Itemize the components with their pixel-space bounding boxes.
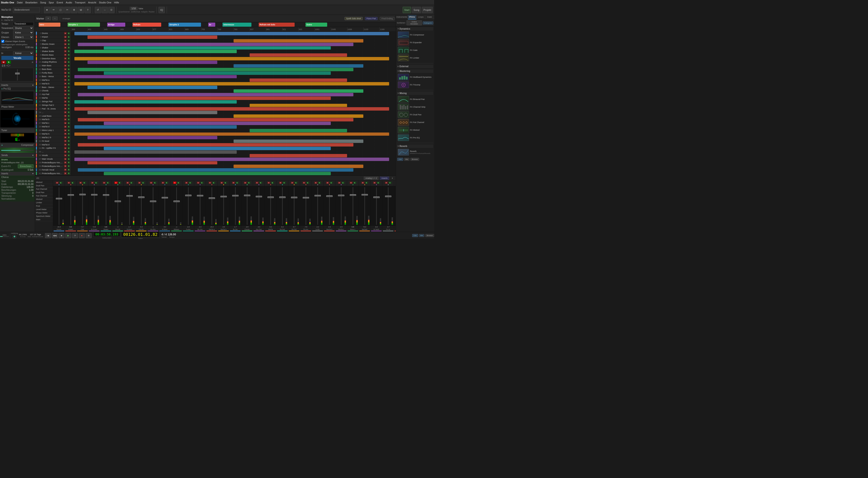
track-mute-2[interactable]: M bbox=[64, 32, 67, 35]
track-mute-25[interactable]: M bbox=[64, 115, 67, 117]
mixer-fader-6[interactable] bbox=[124, 186, 135, 226]
clip-13[interactable] bbox=[104, 71, 331, 75]
clip-15[interactable] bbox=[250, 78, 347, 82]
track-header-19[interactable]: 19 Arp Pad M S bbox=[35, 93, 71, 96]
track-mute-35[interactable]: M bbox=[64, 150, 67, 153]
mixer-mute-10[interactable]: M bbox=[173, 182, 176, 184]
track-solo-17[interactable]: S bbox=[67, 86, 70, 89]
track-solo-31[interactable]: S bbox=[67, 136, 70, 139]
mixer-mute-13[interactable]: M bbox=[209, 182, 212, 184]
mixer-solo-13[interactable]: S bbox=[212, 182, 215, 184]
einrechnen-btn[interactable]: Einrechnen bbox=[18, 164, 33, 168]
track-header-28[interactable]: 28 MaiTai d M S bbox=[35, 125, 71, 128]
mixer-fader-knob-21[interactable] bbox=[303, 197, 309, 198]
track-header-20[interactable]: 20 MaiTai M S bbox=[35, 96, 71, 100]
position-display[interactable]: 00:03:58.193 bbox=[93, 232, 120, 237]
mixer-mute-16[interactable]: M bbox=[244, 182, 247, 184]
mixer-solo-1[interactable]: S bbox=[71, 182, 74, 184]
mixer-mute-4[interactable]: M bbox=[103, 182, 106, 184]
menu-bearbeiten[interactable]: Bearbeiten bbox=[25, 1, 37, 4]
track-mute-6[interactable]: M bbox=[64, 46, 67, 49]
track-header-27[interactable]: 27 MaiTai c M S bbox=[35, 121, 71, 125]
track-solo-4[interactable]: S bbox=[67, 39, 70, 42]
clip-41[interactable] bbox=[104, 172, 331, 175]
mixer-fader-2[interactable] bbox=[76, 186, 88, 226]
mixer-fader-knob-22[interactable] bbox=[314, 195, 321, 196]
track-mute-20[interactable]: M bbox=[64, 97, 67, 99]
mixer-fader-19[interactable] bbox=[277, 186, 288, 226]
mixer-insert-9[interactable]: Phase Meter bbox=[35, 211, 53, 215]
clip-12[interactable] bbox=[78, 68, 353, 71]
ebenen-select[interactable]: Ebene 1 bbox=[13, 35, 33, 39]
song-btn[interactable]: Song bbox=[412, 7, 421, 13]
zoom-tool[interactable]: ? bbox=[85, 7, 91, 13]
mixer-solo-0[interactable]: S bbox=[59, 182, 62, 184]
menu-audio[interactable]: Audio bbox=[66, 1, 72, 4]
fx-pro-eq[interactable]: FX Pro EQ bbox=[397, 134, 433, 141]
mixer-insert-8[interactable]: Level Meter bbox=[35, 208, 53, 211]
clip-29[interactable] bbox=[250, 129, 347, 132]
track-header-2[interactable]: 2 Drums M S bbox=[35, 32, 71, 35]
mixer-mute-5[interactable]: M bbox=[115, 182, 118, 184]
clip-9[interactable] bbox=[74, 57, 389, 60]
track-mute-13[interactable]: M bbox=[64, 71, 67, 74]
fx-gate[interactable]: FX Gate bbox=[397, 46, 433, 54]
clip-36[interactable] bbox=[250, 154, 347, 157]
marker-remove-btn[interactable]: − bbox=[52, 17, 58, 20]
clip-27[interactable] bbox=[104, 122, 331, 125]
track-header-22[interactable]: 22 Strings Pad 2 M S bbox=[35, 103, 71, 107]
bars-display[interactable]: 00126.01.01.82 bbox=[121, 231, 160, 237]
mixer-mute-23[interactable]: M bbox=[326, 182, 329, 184]
mixer-fader-knob-9[interactable] bbox=[162, 197, 168, 198]
tuner-header[interactable]: Tuner bbox=[0, 129, 35, 132]
tab-instrumente[interactable]: Instrumente bbox=[396, 15, 408, 20]
track-header-9[interactable]: 9 Distortion Bass M S bbox=[35, 57, 71, 60]
external-header[interactable]: ▸ External bbox=[397, 65, 433, 68]
projekt-btn[interactable]: Projekt bbox=[422, 7, 433, 13]
marker-add-btn[interactable]: + bbox=[45, 17, 51, 20]
track-solo-19[interactable]: S bbox=[67, 93, 70, 96]
fx-reverb[interactable]: Reverb Effekte\PreSonus\Reverb bbox=[397, 148, 433, 156]
track-solo-25[interactable]: S bbox=[67, 115, 70, 117]
mix-btn[interactable]: Mix bbox=[404, 158, 409, 161]
track-solo-3[interactable]: S bbox=[67, 35, 70, 38]
mixer-fader-knob-8[interactable] bbox=[150, 200, 156, 202]
section-refrain[interactable]: Refrain bbox=[132, 23, 161, 27]
clip-40[interactable] bbox=[78, 168, 353, 171]
mixer-fader-knob-19[interactable] bbox=[279, 196, 285, 198]
track-mute-22[interactable]: M bbox=[64, 104, 67, 106]
mixer-solo-23[interactable]: S bbox=[330, 182, 333, 184]
clip-37[interactable] bbox=[74, 158, 389, 161]
track-header-13[interactable]: 13 Funky Bass M S bbox=[35, 71, 71, 75]
mixer-fader-9[interactable] bbox=[159, 186, 170, 226]
track-solo-40[interactable]: S bbox=[67, 168, 70, 171]
track-header-11[interactable]: 11 Main Bass M S bbox=[35, 64, 71, 67]
track-solo-13[interactable]: S bbox=[67, 71, 70, 74]
track-mute-18[interactable]: M bbox=[64, 89, 67, 92]
mixer-fader-knob-11[interactable] bbox=[185, 195, 191, 196]
mixer-fader-11[interactable] bbox=[183, 186, 194, 226]
track-solo-32[interactable]: S bbox=[67, 140, 70, 142]
sort-kategorie-btn[interactable]: Kategorie bbox=[423, 22, 433, 24]
track-mute-11[interactable]: M bbox=[64, 64, 67, 67]
track-header-35[interactable]: 35 ... M S bbox=[35, 150, 71, 154]
insert-phase-meter[interactable]: Phase Meter bbox=[0, 105, 35, 109]
track-solo-14[interactable]: S bbox=[67, 75, 70, 78]
fx-fat-channel[interactable]: FX Fat Channel bbox=[397, 119, 433, 126]
section-strophe2[interactable]: Strophe 2 bbox=[168, 23, 201, 27]
track-header-30[interactable]: 30 MaiTai 5 M S bbox=[35, 132, 71, 136]
track-header-14[interactable]: 14 Bass - Venus M S bbox=[35, 75, 71, 78]
track-solo-33[interactable]: S bbox=[67, 144, 70, 146]
mixer-fader-knob-5[interactable] bbox=[115, 200, 121, 202]
mixer-solo-19[interactable]: S bbox=[283, 182, 286, 184]
track-mute-4[interactable]: M bbox=[64, 39, 67, 42]
track-mute-29[interactable]: M bbox=[64, 129, 67, 132]
track-solo-10[interactable]: S bbox=[67, 61, 70, 63]
menu-datei[interactable]: Datei bbox=[17, 1, 23, 4]
slice-tool[interactable]: ✂ bbox=[64, 7, 70, 13]
track-header-3[interactable]: 3 Impact M S bbox=[35, 35, 71, 39]
mixer-mute-8[interactable]: M bbox=[150, 182, 153, 184]
clip-14[interactable] bbox=[74, 75, 237, 78]
track-header-41[interactable]: 41 Protectedbyyou-Voc... M S bbox=[35, 171, 71, 175]
mixer-solo-10[interactable]: S bbox=[177, 182, 180, 184]
